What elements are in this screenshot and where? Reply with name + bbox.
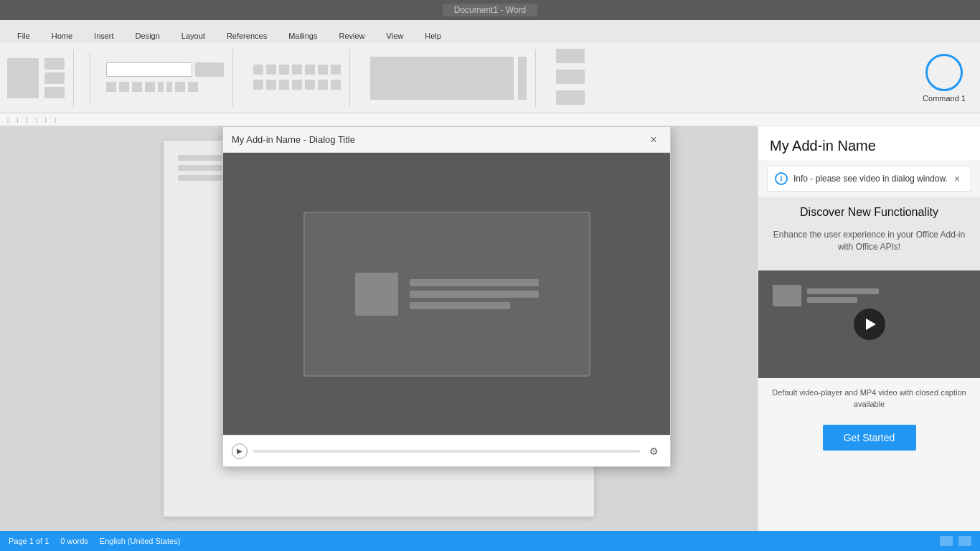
- command-button[interactable]: Command 1: [923, 54, 966, 103]
- dialog-play-button[interactable]: ▶: [232, 443, 248, 459]
- copy-icon: [44, 72, 65, 84]
- align-right-btn[interactable]: [279, 80, 289, 90]
- main-area: My Add-in Name - Dialog Title ×: [0, 126, 980, 531]
- tab-view[interactable]: View: [377, 29, 414, 43]
- ruler: | | | | | |: [0, 113, 980, 126]
- ribbon-group-styles: [362, 50, 536, 107]
- tab-mailings[interactable]: Mailings: [278, 29, 327, 43]
- paragraph-row1: [253, 65, 341, 75]
- preview-line-1: [807, 288, 879, 294]
- info-icon: i: [775, 172, 788, 185]
- preview-thumb-row: [773, 285, 879, 306]
- bullets-btn[interactable]: [253, 65, 263, 75]
- sort-btn[interactable]: [318, 65, 328, 75]
- dialog-settings-button[interactable]: ⚙: [646, 443, 661, 459]
- dialog-video-thumbnail: [355, 273, 398, 316]
- ribbon-group-font: [106, 50, 233, 107]
- justify-btn[interactable]: [292, 80, 302, 90]
- multilevel-btn[interactable]: [279, 65, 289, 75]
- dialog-title: My Add-in Name - Dialog Title: [232, 134, 355, 145]
- tab-file[interactable]: File: [7, 29, 40, 43]
- underline-btn[interactable]: [132, 82, 142, 92]
- shading-btn[interactable]: [318, 80, 328, 90]
- decrease-indent-btn[interactable]: [292, 65, 302, 75]
- ruler-text: | | | | | |: [7, 116, 56, 123]
- show-marks-btn[interactable]: [331, 65, 341, 75]
- tab-layout[interactable]: Layout: [171, 29, 215, 43]
- title-bar-text: Document1 - Word: [443, 4, 537, 17]
- sidebar-panel: My Add-in Name i Info - please see video…: [758, 126, 980, 531]
- font-size-input[interactable]: [195, 62, 224, 77]
- panel-video-description: Default video-player and MP4 video with …: [758, 378, 980, 419]
- panel-info-bar: i Info - please see video in dialog wind…: [767, 166, 971, 192]
- highlight-btn[interactable]: [188, 82, 198, 92]
- section-title-container: Discover New Functionality: [770, 206, 969, 219]
- command-circle-icon: [925, 54, 963, 91]
- ribbon-content: Command 1: [0, 43, 980, 113]
- font-format-row: [106, 82, 224, 92]
- get-started-container: Get Started: [758, 419, 980, 462]
- ribbon-group-paragraph: [245, 50, 350, 107]
- dialog-close-button[interactable]: ×: [646, 132, 661, 148]
- panel-info-text: Info - please see video in dialog window…: [793, 174, 948, 184]
- status-view-icon-2[interactable]: [958, 536, 971, 546]
- preview-lines: [807, 288, 879, 303]
- paragraph-row2: [253, 80, 341, 90]
- status-left: Page 1 of 1 0 words English (United Stat…: [9, 537, 180, 545]
- section-title: Discover New Functionality: [770, 206, 969, 219]
- status-right: [940, 536, 971, 546]
- ribbon-tabs: File Home Insert Design Layout Reference…: [0, 20, 980, 43]
- command-label: Command 1: [923, 94, 966, 103]
- paste-icon: [7, 58, 39, 98]
- subscript-btn[interactable]: [158, 82, 164, 92]
- preview-thumb-icon: [773, 285, 801, 306]
- dialog-line-3: [410, 302, 510, 309]
- tab-help[interactable]: Help: [415, 29, 451, 43]
- status-bar: Page 1 of 1 0 words English (United Stat…: [0, 531, 980, 551]
- title-bar: Document1 - Word: [0, 0, 980, 20]
- align-center-btn[interactable]: [266, 80, 276, 90]
- line-spacing-btn[interactable]: [305, 80, 315, 90]
- panel-info-close-button[interactable]: ×: [951, 172, 963, 185]
- dialog-video-lines: [410, 279, 539, 309]
- tab-design[interactable]: Design: [126, 29, 170, 43]
- replace-btn[interactable]: [556, 70, 585, 84]
- select-btn[interactable]: [556, 90, 585, 105]
- dialog-window: My Add-in Name - Dialog Title ×: [222, 126, 671, 467]
- status-view-icon-1[interactable]: [940, 536, 953, 546]
- bold-btn[interactable]: [106, 82, 116, 92]
- dialog-controls: ▶ ⚙: [223, 435, 670, 466]
- strikethrough-btn[interactable]: [145, 82, 155, 92]
- document-area: My Add-in Name - Dialog Title ×: [0, 126, 758, 531]
- panel-play-button[interactable]: [854, 309, 885, 340]
- ribbon-group-clipboard: [7, 50, 74, 107]
- dialog-video-area: [303, 212, 590, 377]
- cut-icon: [44, 58, 65, 70]
- italic-btn[interactable]: [119, 82, 129, 92]
- format-painter-icon: [44, 87, 65, 98]
- styles-expand-btn[interactable]: [518, 57, 527, 100]
- editing-row2: [556, 70, 585, 84]
- styles-gallery[interactable]: [370, 57, 514, 100]
- tab-references[interactable]: References: [217, 29, 277, 43]
- find-btn[interactable]: [556, 49, 585, 63]
- play-triangle-icon: [866, 319, 876, 330]
- numbering-btn[interactable]: [266, 65, 276, 75]
- editing-row1: [556, 49, 585, 63]
- dialog-line-2: [410, 291, 539, 298]
- dialog-titlebar: My Add-in Name - Dialog Title ×: [223, 127, 670, 153]
- get-started-button[interactable]: Get Started: [823, 425, 916, 451]
- borders-btn[interactable]: [331, 80, 341, 90]
- superscript-btn[interactable]: [166, 82, 172, 92]
- ribbon: File Home Insert Design Layout Reference…: [0, 20, 980, 113]
- font-name-input[interactable]: [106, 62, 192, 77]
- tab-insert[interactable]: Insert: [84, 29, 124, 43]
- dialog-progress-bar[interactable]: [253, 450, 640, 453]
- tab-review[interactable]: Review: [329, 29, 375, 43]
- panel-header: My Add-in Name: [758, 126, 980, 160]
- increase-indent-btn[interactable]: [305, 65, 315, 75]
- tab-home[interactable]: Home: [42, 29, 83, 43]
- align-left-btn[interactable]: [253, 80, 263, 90]
- ribbon-group-editing: [547, 50, 593, 107]
- font-color-btn[interactable]: [175, 82, 185, 92]
